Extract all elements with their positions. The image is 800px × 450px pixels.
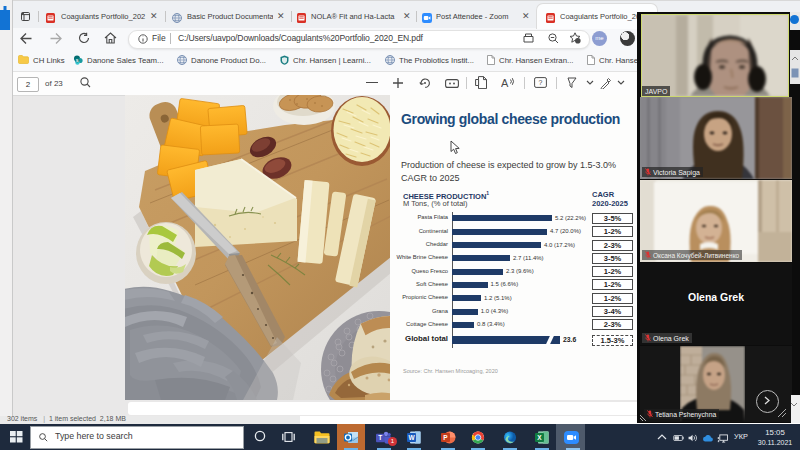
svg-text:T: T — [378, 434, 382, 441]
svg-text:X: X — [537, 434, 542, 441]
svg-text:W: W — [408, 434, 415, 441]
svg-text:P: P — [443, 434, 448, 441]
